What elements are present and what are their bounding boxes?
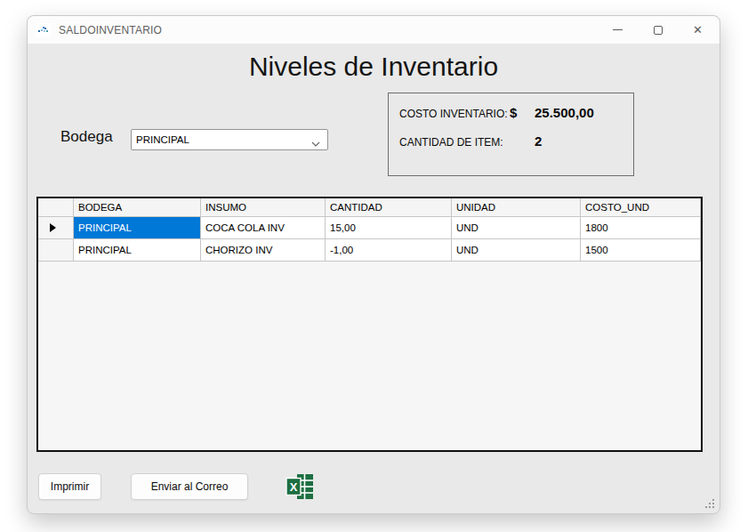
grid-cell-bodega[interactable]: PRINCIPAL: [74, 217, 201, 239]
bodega-label: Bodega: [60, 128, 113, 146]
maximize-button[interactable]: [638, 16, 678, 44]
currency-symbol: $: [510, 105, 535, 120]
minimize-button[interactable]: [598, 16, 638, 44]
row-header[interactable]: [38, 217, 74, 239]
grid-corner-header[interactable]: [38, 198, 74, 217]
column-header-unidad[interactable]: UNIDAD: [452, 198, 581, 217]
inventory-grid: BODEGA INSUMO CANTIDAD UNIDAD COSTO_UND …: [36, 197, 703, 452]
page-title: Niveles de Inventario: [28, 52, 720, 82]
grid-cell-bodega[interactable]: PRINCIPAL: [74, 239, 201, 262]
grid-cell-cantidad[interactable]: -1,00: [326, 239, 452, 262]
maximize-icon: [654, 26, 663, 35]
row-selector-arrow-icon: [50, 223, 56, 232]
cost-value: 25.500,00: [535, 105, 594, 120]
close-button[interactable]: ✕: [678, 16, 718, 44]
row-header[interactable]: [38, 239, 74, 262]
app-window: SALDOINVENTARIO ✕ Niveles de Inventario …: [27, 15, 720, 514]
excel-icon[interactable]: X: [286, 474, 314, 499]
column-header-insumo[interactable]: INSUMO: [201, 198, 326, 217]
close-icon: ✕: [693, 24, 703, 36]
grid-cell-costo-und[interactable]: 1500: [581, 239, 701, 262]
send-email-button[interactable]: Enviar al Correo: [131, 473, 248, 500]
minimize-icon: [613, 29, 623, 30]
summary-box: COSTO INVENTARIO: $ 25.500,00 CANTIDAD D…: [388, 93, 634, 176]
item-count-label: CANTIDAD DE ITEM:: [399, 136, 510, 149]
bodega-combobox[interactable]: PRINCIPAL: [131, 129, 328, 150]
column-header-bodega[interactable]: BODEGA: [74, 198, 201, 217]
print-button[interactable]: Imprimir: [38, 473, 101, 500]
title-bar[interactable]: SALDOINVENTARIO ✕: [28, 16, 720, 44]
resize-grip-icon[interactable]: [712, 506, 714, 508]
app-icon: [36, 23, 51, 37]
grid-cell-insumo[interactable]: CHORIZO INV: [201, 239, 326, 262]
window-title: SALDOINVENTARIO: [59, 24, 162, 36]
column-header-cantidad[interactable]: CANTIDAD: [326, 198, 452, 217]
grid-cell-cantidad[interactable]: 15,00: [326, 217, 452, 239]
grid-cell-costo-und[interactable]: 1800: [581, 217, 701, 239]
bodega-combobox-value: PRINCIPAL: [136, 134, 189, 145]
grid-cell-unidad[interactable]: UND: [452, 239, 581, 262]
column-header-costo-und[interactable]: COSTO_UND: [581, 198, 701, 217]
grid-cell-insumo[interactable]: COCA COLA INV: [201, 217, 326, 239]
svg-text:X: X: [290, 480, 298, 494]
grid-cell-unidad[interactable]: UND: [452, 217, 581, 239]
chevron-down-icon: [311, 138, 320, 149]
cost-label: COSTO INVENTARIO:: [399, 108, 510, 120]
item-count-value: 2: [535, 133, 542, 149]
